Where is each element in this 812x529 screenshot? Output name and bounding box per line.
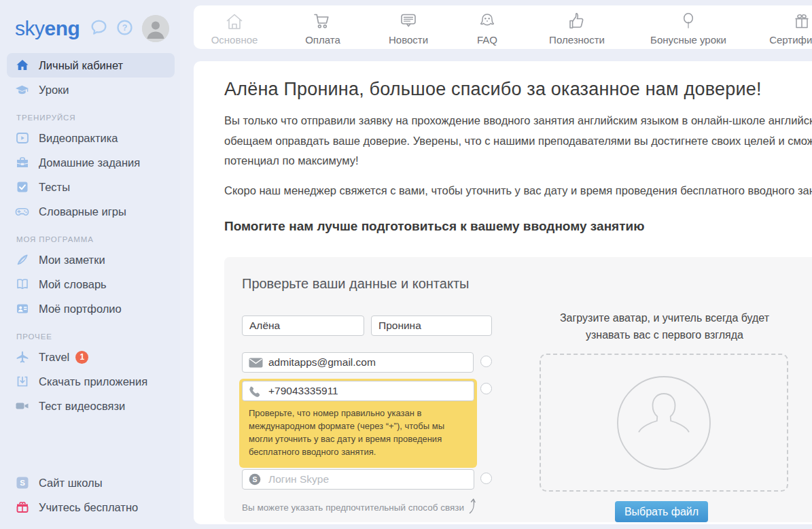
pen-icon [15,253,29,267]
skyeng-site-icon: S [15,476,29,490]
home-icon [15,58,29,73]
section-header-other: ПРОЧЕЕ [16,332,180,341]
topnav-item-label: Оплата [305,34,340,46]
video-play-icon [15,131,29,146]
topnav-item-faq[interactable]: FAQ [436,10,538,46]
help-icon[interactable]: ? [116,18,134,39]
plane-icon [15,350,29,364]
email-input[interactable] [242,352,474,373]
section-header-my-program: МОЯ ПРОГРАММА [16,235,180,243]
first-name-input[interactable] [242,315,364,336]
sidebar-item-label: Словарные игры [39,205,126,218]
user-avatar[interactable] [142,15,169,42]
topnav-item-main[interactable]: Основное [183,10,285,46]
topnav-item-label: Основное [211,34,258,46]
cart-icon [311,10,334,33]
sidebar-item-homework[interactable]: Домашние задания [7,150,175,175]
topnav-item-label: Новости [389,34,428,46]
manager-paragraph: Скоро наш менеджер свяжется с вами, чтоб… [224,181,812,201]
sidebar: skyeng ? Личный кабинет [0,0,180,529]
contact-method-note: Вы можете указать предпочтительный спосо… [242,496,477,513]
skype-input[interactable] [242,469,474,490]
sidebar-item-video-practice[interactable]: Видеопрактика [7,126,175,150]
graduation-cap-icon [15,83,29,97]
sidebar-item-label: Уроки [39,84,69,97]
sidebar-menu: Личный кабинет Уроки ТРЕНИРУЙСЯ Видеопра… [0,53,180,418]
topnav-item-label: FAQ [477,34,497,46]
sidebar-item-label: Скачать приложения [39,375,147,388]
monster-icon [476,10,499,33]
form-title: Проверьте ваши данные и контакты [242,276,469,292]
prepare-subheading: Помогите нам лучше подготовиться к вашем… [224,219,812,234]
sidebar-item-label: Домашние задания [39,156,140,169]
home-outline-icon [223,10,246,33]
sidebar-item-my-portfolio[interactable]: Моё портфолио [7,296,175,321]
sidebar-item-label: Учитесь бесплатно [39,501,138,514]
phone-warning-text: Проверьте, что номер правильно указан в … [249,407,470,458]
sidebar-item-label: Мои заметки [39,254,105,267]
skyeng-logo[interactable]: skyeng [15,17,80,40]
gamepad-icon [15,205,29,219]
chat-icon[interactable] [89,18,109,40]
sidebar-item-label: Личный кабинет [39,59,123,72]
balloon-icon [677,10,700,33]
gift-icon [790,10,812,33]
thumb-up-icon [565,10,588,33]
portfolio-icon [15,302,29,316]
section-header-train: ТРЕНИРУЙСЯ [16,114,180,122]
topnav-item-label: Бонусные уроки [650,34,726,46]
sidebar-item-my-dictionary[interactable]: Мой словарь [7,272,175,296]
sidebar-item-personal-cabinet[interactable]: Личный кабинет [7,53,175,78]
avatar-dropzone[interactable] [540,354,788,492]
sidebar-item-label: Мой словарь [39,278,107,291]
sidebar-item-travel[interactable]: Travel 1 [7,345,175,369]
sidebar-item-my-notes[interactable]: Мои заметки [7,248,175,272]
main-content-card: Алёна Пронина, большое спасибо за оказан… [194,61,812,524]
topnav-item-bonus-lessons[interactable]: Бонусные уроки [637,10,739,46]
avatar-upload-hint: Загрузите аватар, и учитель всегда будет… [540,310,789,344]
intro-paragraph: Вы только что отправили заявку на прохож… [224,111,812,171]
sidebar-item-label: Сайт школы [39,477,103,490]
topnav-item-useful[interactable]: Полезности [526,10,628,46]
sidebar-item-vocab-games[interactable]: Словарные игры [7,199,175,224]
last-name-input[interactable] [371,315,492,336]
sidebar-item-download-apps[interactable]: Скачать приложения [7,369,175,394]
checkbox-icon [15,180,29,194]
sidebar-item-label: Travel [39,351,69,364]
topnav: Основное Оплата Новости FAQ Полезности [194,5,812,49]
contact-form-card: Проверьте ваши данные и контакты Проверь… [224,257,812,522]
phone-input[interactable] [242,381,474,401]
download-icon [15,375,29,389]
svg-text:S: S [20,479,25,487]
sidebar-item-video-test[interactable]: Тест видеосвязи [7,394,175,418]
choose-file-button[interactable]: Выбрать файл [615,501,708,522]
book-icon [15,277,29,292]
news-bubble-icon [397,10,420,33]
svg-text:?: ? [122,23,128,33]
skype-preferred-radio[interactable] [480,473,492,484]
sidebar-item-label: Тест видеосвязи [39,400,125,413]
sidebar-item-label: Моё портфолио [39,303,122,315]
sidebar-item-label: Тесты [39,181,70,194]
topnav-item-certificates[interactable]: Сертификаты [751,10,812,46]
briefcase-icon [15,156,29,170]
phone-preferred-radio[interactable] [480,383,492,394]
sidebar-footer: S Сайт школы Учитесь бесплатно [0,471,180,519]
page-title: Алёна Пронина, большое спасибо за оказан… [224,79,812,100]
sidebar-item-lessons[interactable]: Уроки [7,78,175,102]
gift-pink-icon [15,500,29,515]
curved-arrow-icon [467,498,477,514]
email-preferred-radio[interactable] [480,356,492,367]
topnav-item-label: Сертификаты [769,34,812,46]
avatar-placeholder-icon [616,375,712,471]
travel-badge: 1 [75,351,88,364]
topnav-item-label: Полезности [549,34,605,46]
sidebar-item-label: Видеопрактика [39,132,118,145]
sidebar-item-school-site[interactable]: S Сайт школы [7,471,175,495]
sidebar-item-learn-free[interactable]: Учитесь бесплатно [7,495,175,519]
phone-warning-box: Проверьте, что номер правильно указан в … [239,379,477,468]
video-camera-icon [15,399,29,413]
sidebar-item-tests[interactable]: Тесты [7,175,175,199]
